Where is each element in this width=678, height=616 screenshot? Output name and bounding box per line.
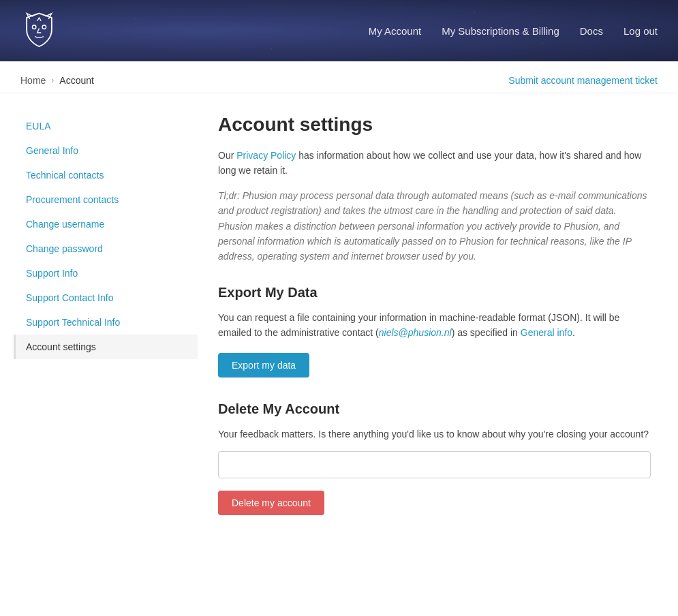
main-nav: My Account My Subscriptions & Billing Do… bbox=[369, 25, 658, 37]
nav-logout[interactable]: Log out bbox=[623, 25, 658, 37]
main-content: Account settings Our Privacy Policy has … bbox=[198, 107, 664, 529]
sidebar-item-eula[interactable]: EULA bbox=[14, 114, 198, 138]
privacy-policy-link[interactable]: Privacy Policy bbox=[236, 150, 296, 161]
tldr-text: Tl;dr: Phusion may process personal data… bbox=[218, 188, 651, 264]
general-info-link[interactable]: General info bbox=[521, 327, 572, 338]
export-description: You can request a file containing your i… bbox=[218, 310, 651, 341]
breadcrumb-current: Account bbox=[59, 75, 94, 86]
sidebar-item-change-password[interactable]: Change password bbox=[14, 236, 198, 261]
export-text-3: . bbox=[572, 327, 575, 338]
delete-account-section: Delete My Account Your feedback matters.… bbox=[218, 401, 651, 515]
nav-docs[interactable]: Docs bbox=[580, 25, 603, 37]
delete-feedback-label: Your feedback matters. Is there anything… bbox=[218, 427, 651, 442]
breadcrumb: Home › Account bbox=[20, 75, 94, 86]
sidebar-item-technical-contacts[interactable]: Technical contacts bbox=[14, 163, 198, 187]
site-header: My Account My Subscriptions & Billing Do… bbox=[0, 0, 678, 61]
delete-section-title: Delete My Account bbox=[218, 401, 651, 417]
sidebar-item-support-contact-info[interactable]: Support Contact Info bbox=[14, 286, 198, 310]
delete-account-button[interactable]: Delete my account bbox=[218, 491, 324, 515]
export-text-2: ) as specified in bbox=[452, 327, 521, 338]
breadcrumb-separator: › bbox=[51, 76, 54, 85]
export-section-title: Export My Data bbox=[218, 285, 651, 301]
page-title: Account settings bbox=[218, 114, 651, 136]
breadcrumb-bar: Home › Account Submit account management… bbox=[0, 61, 678, 93]
nav-subscriptions-billing[interactable]: My Subscriptions & Billing bbox=[442, 25, 559, 37]
privacy-text-before: Our bbox=[218, 150, 236, 161]
sidebar-item-procurement-contacts[interactable]: Procurement contacts bbox=[14, 187, 198, 212]
logo[interactable] bbox=[20, 10, 61, 51]
sidebar-item-support-info[interactable]: Support Info bbox=[14, 261, 198, 286]
submit-ticket-link[interactable]: Submit account management ticket bbox=[508, 75, 658, 86]
export-email-link[interactable]: niels@phusion.nl bbox=[379, 327, 452, 338]
sidebar-item-support-technical-info[interactable]: Support Technical Info bbox=[14, 310, 198, 335]
svg-point-2 bbox=[42, 25, 46, 29]
nav-my-account[interactable]: My Account bbox=[369, 25, 422, 37]
sidebar: EULA General Info Technical contacts Pro… bbox=[14, 107, 198, 529]
sidebar-item-change-username[interactable]: Change username bbox=[14, 212, 198, 236]
breadcrumb-home[interactable]: Home bbox=[20, 75, 46, 86]
privacy-intro-text: Our Privacy Policy has information about… bbox=[218, 148, 651, 179]
svg-point-1 bbox=[32, 25, 36, 29]
page-container: EULA General Info Technical contacts Pro… bbox=[0, 100, 678, 556]
svg-rect-0 bbox=[20, 10, 58, 48]
sidebar-item-general-info[interactable]: General Info bbox=[14, 138, 198, 163]
delete-feedback-input[interactable] bbox=[218, 451, 651, 478]
sidebar-item-account-settings[interactable]: Account settings bbox=[14, 335, 198, 359]
export-data-button[interactable]: Export my data bbox=[218, 353, 309, 378]
